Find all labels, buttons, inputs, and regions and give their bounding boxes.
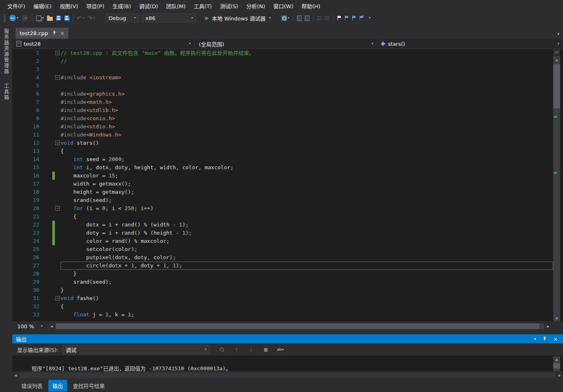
code-text[interactable]: maxcolor = 15; bbox=[61, 172, 553, 180]
code-editor[interactable]: 1−// test28.cpp : 此文件包含 "main" 函数。程序执行将在… bbox=[12, 49, 563, 321]
pin-icon[interactable] bbox=[52, 31, 56, 36]
code-line[interactable]: 16 maxcolor = 15; bbox=[12, 172, 553, 180]
code-text[interactable]: width = getmaxx(); bbox=[61, 180, 553, 188]
editor-horizontal-scrollbar[interactable]: ◀ ▶ bbox=[48, 321, 552, 331]
output-panel-header[interactable]: 输出 ▾ × bbox=[12, 334, 563, 343]
fold-marker[interactable]: − bbox=[55, 51, 60, 55]
code-text[interactable]: for (i = 0; i < 250; i++) bbox=[61, 204, 553, 213]
toggle-word-wrap-button[interactable]: ab↵ bbox=[277, 346, 284, 353]
menu-item[interactable]: 项目(P) bbox=[82, 0, 108, 11]
code-text[interactable]: // test28.cpp : 此文件包含 "main" 函数。程序执行将在此处… bbox=[61, 49, 553, 57]
code-line[interactable]: 22 dotx = i + rand() % (width - 1); bbox=[12, 221, 553, 229]
code-line[interactable]: 4−#include <iostream> bbox=[12, 74, 553, 82]
navigate-backward-button[interactable]: ← ▾ bbox=[8, 13, 20, 23]
code-line[interactable]: 32{ bbox=[12, 302, 553, 311]
scroll-left-arrow[interactable]: ◀ bbox=[12, 374, 19, 377]
bottom-tab[interactable]: 输出 bbox=[48, 380, 67, 392]
scroll-up-arrow[interactable]: ▲ bbox=[553, 356, 560, 362]
output-horizontal-scrollbar[interactable]: ◀ ▶ bbox=[12, 371, 563, 379]
menu-item[interactable]: 工具(T) bbox=[190, 0, 216, 11]
scroll-right-arrow[interactable]: ▶ bbox=[556, 374, 563, 377]
menu-item[interactable]: 团队(M) bbox=[162, 0, 189, 11]
code-line[interactable]: 19 srand(seed); bbox=[12, 196, 553, 204]
solution-platform-combo[interactable]: x86 ▾ bbox=[142, 13, 196, 22]
code-line[interactable]: 30} bbox=[12, 286, 553, 294]
menu-item[interactable]: 生成(B) bbox=[108, 0, 135, 11]
fold-marker[interactable]: − bbox=[55, 141, 60, 145]
scrollbar-thumb[interactable] bbox=[553, 64, 560, 108]
menu-item[interactable]: 调试(D) bbox=[135, 0, 162, 11]
code-line[interactable]: 29 srand(seed); bbox=[12, 278, 553, 286]
menu-item[interactable]: 分析(N) bbox=[242, 0, 269, 11]
code-text[interactable]: // bbox=[61, 57, 553, 65]
undo-button[interactable]: ↶ ▾ bbox=[75, 13, 86, 23]
nav-member-combo[interactable]: stars() ▾ bbox=[377, 39, 563, 49]
code-line[interactable]: 3 bbox=[12, 65, 553, 74]
bottom-tab[interactable]: 查找符号结果 bbox=[69, 380, 109, 392]
code-text[interactable]: { bbox=[61, 147, 553, 155]
editor-split-handle[interactable] bbox=[553, 49, 560, 57]
code-line[interactable]: 21 { bbox=[12, 213, 553, 221]
save-all-button[interactable] bbox=[63, 13, 71, 23]
code-text[interactable]: srand(seed); bbox=[61, 196, 553, 204]
solution-configuration-combo[interactable]: Debug ▾ bbox=[106, 13, 139, 22]
scroll-right-arrow[interactable]: ▶ bbox=[545, 325, 552, 328]
navigate-forward-button[interactable]: → bbox=[20, 13, 30, 23]
hscroll-track[interactable] bbox=[20, 372, 556, 378]
code-text[interactable]: void stars() bbox=[61, 139, 553, 147]
code-line[interactable]: 27 circle(dotx + 1, doty + 1, 1); bbox=[12, 262, 553, 270]
close-icon[interactable]: × bbox=[553, 336, 558, 342]
code-text[interactable]: #include<stdlib.h> bbox=[61, 106, 553, 114]
code-text[interactable]: int seed = 2000; bbox=[61, 155, 553, 164]
code-line[interactable]: 28 } bbox=[12, 270, 553, 278]
previous-message-button[interactable]: ↑ bbox=[233, 346, 240, 353]
scrollbar-track[interactable] bbox=[553, 63, 560, 316]
code-text[interactable]: doty = i + rand() % (height - 1); bbox=[61, 229, 553, 237]
code-text[interactable]: #include<Windows.h> bbox=[61, 131, 553, 139]
open-file-button[interactable] bbox=[45, 13, 54, 23]
toolbar-overflow-button[interactable]: ▾ bbox=[366, 13, 372, 23]
close-icon[interactable]: × bbox=[60, 31, 64, 36]
menu-item[interactable]: 测试(S) bbox=[216, 0, 242, 11]
start-debugging-button[interactable]: ▶ 本地 Windows 调试器 ▾ bbox=[203, 13, 274, 23]
increase-indent-button[interactable] bbox=[323, 13, 331, 23]
code-text[interactable] bbox=[61, 82, 553, 90]
code-line[interactable]: 1−// test28.cpp : 此文件包含 "main" 函数。程序执行将在… bbox=[12, 49, 553, 57]
scroll-left-arrow[interactable]: ◀ bbox=[48, 325, 55, 328]
side-tab[interactable]: 服务器资源管理器 bbox=[3, 29, 10, 74]
code-line[interactable]: 2// bbox=[12, 57, 553, 65]
toggle-bookmark-button[interactable] bbox=[336, 13, 343, 23]
code-text[interactable] bbox=[61, 65, 553, 74]
comment-button[interactable] bbox=[295, 13, 303, 23]
redo-button[interactable]: ↷ ▾ bbox=[86, 13, 97, 23]
output-source-combo[interactable]: 调试 ▾ bbox=[63, 345, 210, 354]
side-tab[interactable]: 工具箱 bbox=[3, 83, 10, 101]
window-position-chevron-icon[interactable]: ▾ bbox=[534, 337, 536, 341]
code-text[interactable]: void fashe() bbox=[61, 294, 553, 302]
code-text[interactable]: #include<stdio.h> bbox=[61, 123, 553, 131]
code-text[interactable]: putpixel(dotx, doty, color); bbox=[61, 253, 553, 262]
code-line[interactable]: 15 int i, dotx, doty, height, width, col… bbox=[12, 164, 553, 172]
next-message-button[interactable]: ↓ bbox=[248, 346, 255, 353]
output-text-area[interactable]: 程序"[8924] test28.exe"已退出，返回值为 -107374151… bbox=[12, 356, 563, 371]
code-line[interactable]: 10#include<stdio.h> bbox=[12, 123, 553, 131]
code-text[interactable]: color = rand() % maxcolor; bbox=[61, 237, 553, 245]
tab-list-chevron-icon[interactable]: ▾ bbox=[557, 32, 559, 36]
previous-bookmark-button[interactable] bbox=[343, 13, 350, 23]
find-in-files-button[interactable]: ▾ bbox=[280, 13, 291, 23]
code-line[interactable]: 25 setcolor(color); bbox=[12, 245, 553, 253]
code-text[interactable]: setcolor(color); bbox=[61, 245, 553, 253]
scrollbar-thumb[interactable] bbox=[553, 363, 560, 369]
code-line[interactable]: 13{ bbox=[12, 147, 553, 155]
code-text[interactable]: #include<graphics.h> bbox=[61, 90, 553, 98]
editor-vertical-scrollbar[interactable]: ▲ ▼ bbox=[553, 49, 560, 321]
clear-bookmarks-button[interactable]: × bbox=[358, 13, 366, 23]
menu-item[interactable]: 文件(F) bbox=[3, 0, 29, 11]
scroll-up-arrow[interactable]: ▲ bbox=[553, 57, 560, 63]
menu-item[interactable]: 编辑(E) bbox=[29, 0, 56, 11]
code-text[interactable]: } bbox=[61, 286, 553, 294]
fold-marker[interactable]: − bbox=[55, 75, 60, 80]
document-tab[interactable]: test28.cpp × bbox=[16, 28, 68, 39]
code-line[interactable]: 12−void stars() bbox=[12, 139, 553, 147]
code-text[interactable]: } bbox=[61, 270, 553, 278]
